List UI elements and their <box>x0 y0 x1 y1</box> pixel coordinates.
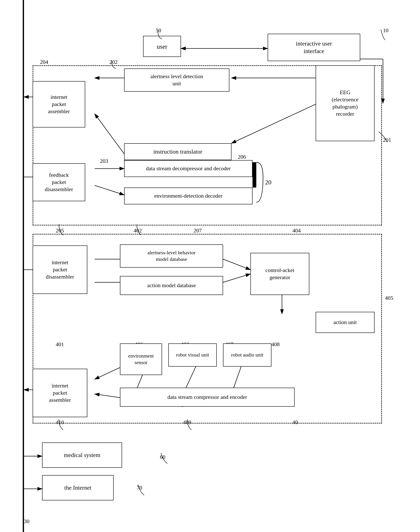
fpd-box: feedbackpacketdisassembler <box>33 163 85 201</box>
cag-label: control-acketgenerator <box>265 267 294 281</box>
rvu-label: robot visual unit <box>176 352 209 358</box>
ref-204: 204 <box>40 59 48 65</box>
ref60-curve <box>155 452 171 465</box>
ti-box: the Internet <box>42 475 114 500</box>
dsd-label: data stream decompressor and decoder <box>146 165 231 172</box>
fpd-label: feedbackpacketdisassembler <box>45 172 73 193</box>
ref-30: 30 <box>24 518 30 525</box>
ms-box: medical system <box>42 442 122 468</box>
edd-box: environment-detection decoder <box>124 188 253 204</box>
rvu-box: robot visual unit <box>168 343 217 367</box>
es-box: environmentsensor <box>120 343 162 375</box>
ref205-curve <box>50 223 67 236</box>
abm-label: alertness-level behaviormodel database <box>148 249 196 262</box>
left-vertical-line <box>23 0 24 532</box>
dsc-label: data stream compressor and encoder <box>167 394 247 401</box>
ald-label: alertness level detectionunit <box>150 73 203 87</box>
au-label: action unit <box>333 319 357 326</box>
ref50-arrow <box>147 27 168 40</box>
it-label: instruction translator <box>153 148 202 156</box>
ti-label: the Internet <box>64 484 91 492</box>
dsc-box: data stream compressor and encoder <box>120 388 295 407</box>
ref10-arrow <box>375 27 391 40</box>
ref70-curve <box>132 484 148 496</box>
cag-box: control-acketgenerator <box>250 253 309 295</box>
eeg-box: EEG(electroencephalogram)recorder <box>316 65 375 141</box>
alertness-detection-box: alertness level detectionunit <box>124 68 229 92</box>
ref-405: 405 <box>385 295 393 301</box>
user-label: user <box>157 42 167 50</box>
ipa-top-label: internetpacketassembler <box>48 94 70 115</box>
ref-404: 404 <box>292 227 301 234</box>
ref409-curve <box>179 418 196 431</box>
ms-label: medical system <box>64 451 100 459</box>
abm-box: alertness-level behaviormodel database <box>120 244 223 268</box>
iui-label: interactive userinterface <box>296 40 332 55</box>
rau-label: robot audio unit <box>231 352 263 358</box>
dsd-box: data stream decompressor and decoder <box>124 160 253 177</box>
ref-207: 207 <box>194 227 202 234</box>
ref410-curve <box>50 418 67 431</box>
es-label: environmentsensor <box>128 353 154 366</box>
amd-label: action model database <box>147 282 196 289</box>
ref201-curve <box>377 131 393 143</box>
instruction-translator-box: instruction translator <box>124 143 231 160</box>
rau-box: robot audio unit <box>223 343 271 367</box>
au-box: action unit <box>316 312 375 333</box>
ipa-bot-box: internetpacketassembler <box>33 369 87 417</box>
ipa-bot-label: internetpacketassembler <box>49 382 71 403</box>
eeg-label: EEG(electroencephalogram)recorder <box>332 89 358 117</box>
amd-box: action model database <box>120 276 223 295</box>
interactive-ui-box: interactive userinterface <box>268 34 360 61</box>
ipd-box: internetpacketdisassembler <box>33 245 87 294</box>
edd-label: environment-detection decoder <box>154 192 222 199</box>
diagram: 20 10 50 202 204 203 206 201 205 402 207… <box>0 0 420 532</box>
ipa-top-box: internetpacketassembler <box>33 81 85 128</box>
ref202-curve <box>105 59 118 69</box>
ipd-label: internetpacketdisassembler <box>46 259 74 280</box>
ref402-curve <box>128 223 145 236</box>
